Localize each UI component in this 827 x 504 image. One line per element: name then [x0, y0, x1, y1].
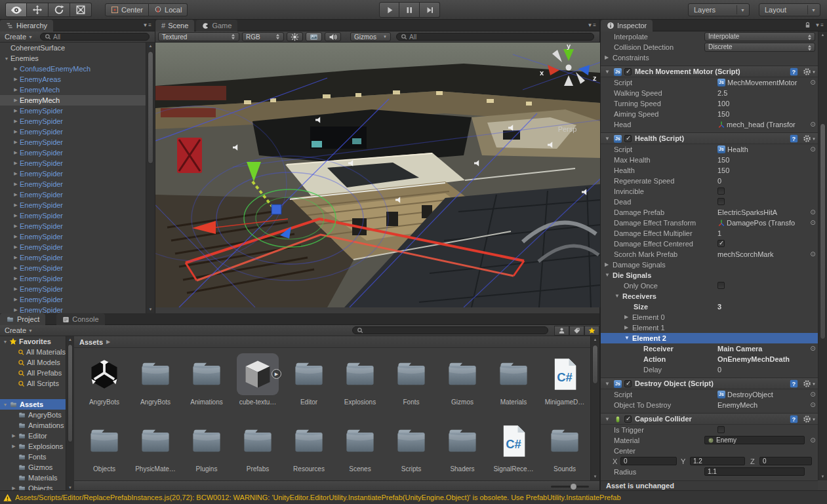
inspector-row[interactable]: Health150 — [601, 165, 818, 176]
expand-arrow-icon[interactable]: ▶ — [10, 433, 18, 438]
hierarchy-item[interactable]: ▶EnemySpider — [0, 210, 146, 221]
scroll-down-icon[interactable]: ▼ — [146, 306, 155, 313]
asset-tile[interactable]: Scripts — [386, 417, 436, 484]
expand-arrow-icon[interactable]: ▶ — [12, 213, 20, 218]
inspector-row[interactable]: ReceiverMain Camera⊙ — [601, 343, 818, 354]
project-sidebar-item[interactable]: ▶Editor — [0, 431, 66, 441]
expand-arrow-icon[interactable]: ▶ — [12, 87, 20, 92]
scroll-up-icon[interactable]: ▲ — [818, 31, 827, 39]
inspector-row[interactable]: Damage Effect Centered — [601, 239, 818, 249]
hierarchy-item[interactable]: ▶EnemySpider — [0, 116, 146, 126]
object-picker-icon[interactable]: ⊙ — [809, 250, 817, 258]
expand-arrow-icon[interactable]: ▶ — [12, 161, 20, 166]
panel-menu-icon[interactable]: ▼≡ — [142, 22, 152, 28]
property-checkbox[interactable] — [717, 187, 725, 195]
sidebar-scrollbar[interactable]: ▲ ▼ — [66, 336, 74, 492]
inspector-row[interactable]: Aiming Speed150 — [601, 109, 818, 119]
component-header[interactable]: ▼JsDestroy Object (Script)▼ — [601, 378, 818, 389]
foldout-row[interactable]: ▼Die Signals — [601, 270, 818, 281]
hierarchy-item[interactable]: ▶EnemySpider — [0, 221, 146, 231]
inspector-row[interactable]: Is Trigger — [601, 425, 818, 435]
project-sidebar-item[interactable]: ▼Favorites — [0, 336, 66, 347]
hierarchy-item[interactable]: ▶EnemySpider — [0, 189, 146, 200]
gear-icon[interactable] — [803, 68, 811, 76]
object-picker-icon[interactable]: ⊙ — [809, 345, 817, 352]
hierarchy-item[interactable]: ▶EnemySpider — [0, 305, 146, 313]
hierarchy-item[interactable]: ▶EnemyMech — [0, 95, 146, 106]
property-field[interactable]: 1.1 — [704, 467, 805, 476]
scrollbar-thumb[interactable] — [592, 345, 598, 384]
component-enabled-checkbox[interactable] — [624, 416, 632, 423]
help-icon[interactable] — [790, 415, 798, 423]
axis-z-field[interactable]: 0 — [759, 457, 812, 465]
expand-arrow-icon[interactable]: ▶ — [12, 276, 20, 281]
expand-arrow-icon[interactable]: ▶ — [12, 66, 20, 71]
component-header[interactable]: ▼JsHealth (Script)▼ — [601, 132, 818, 144]
inspector-row[interactable]: Headmech_head (Transfor⊙ — [601, 119, 818, 130]
expand-arrow-icon[interactable]: ▶ — [12, 244, 20, 250]
inspector-row[interactable]: ScriptJsDestroyObject⊙ — [601, 389, 818, 400]
tab-hierarchy[interactable]: Hierarchy — [0, 20, 53, 31]
expand-arrow-icon[interactable]: ▶ — [12, 77, 20, 82]
create-button[interactable]: Create▼ — [0, 325, 37, 336]
inspector-row[interactable]: Only Once — [601, 281, 818, 291]
foldout-arrow-icon[interactable]: ▼ — [605, 69, 610, 75]
hierarchy-scrollbar[interactable]: ▲ ▼ — [146, 43, 155, 313]
inspector-row[interactable]: Scorch Mark PrefabmechScorchMark⊙ — [601, 249, 818, 260]
project-sidebar-item[interactable]: ▼Assets — [0, 399, 66, 410]
inspector-row[interactable]: Max Health150 — [601, 155, 818, 165]
asset-tile[interactable]: Fonts — [386, 351, 436, 417]
expand-arrow-icon[interactable]: ▶ — [12, 307, 20, 313]
object-picker-icon[interactable]: ⊙ — [809, 391, 817, 398]
asset-tile[interactable]: Materials — [489, 351, 538, 417]
asset-tile[interactable]: AngryBots — [131, 351, 180, 417]
expand-arrow-icon[interactable]: ▼ — [3, 56, 10, 61]
scroll-up-icon[interactable]: ▲ — [66, 336, 74, 343]
create-button[interactable]: Create▼ — [0, 31, 37, 43]
foldout-arrow-icon[interactable]: ▶ — [605, 262, 609, 267]
gear-icon[interactable] — [803, 415, 811, 423]
foldout-arrow-icon[interactable]: ▶ — [624, 314, 628, 320]
hierarchy-item[interactable]: ▶EnemySpider — [0, 137, 146, 147]
inspector-row[interactable]: Regenerate Speed0 — [601, 176, 818, 186]
expand-arrow-icon[interactable]: ▶ — [12, 203, 20, 208]
breadcrumb[interactable]: Assets▶ — [74, 336, 590, 348]
inspector-row[interactable]: Size3 — [601, 301, 818, 312]
asset-tile[interactable]: Sounds — [540, 417, 590, 484]
foldout-arrow-icon[interactable]: ▶ — [605, 54, 609, 60]
inspector-row[interactable]: Center — [601, 446, 818, 456]
hierarchy-item[interactable]: ▶EnemySpider — [0, 179, 146, 189]
asset-tile[interactable]: Shaders — [437, 417, 487, 484]
lock-icon[interactable] — [804, 22, 811, 29]
property-checkbox[interactable] — [717, 282, 725, 289]
asset-tile[interactable]: PhysicMate… — [131, 417, 180, 484]
hierarchy-item[interactable]: ▶EnemySpider — [0, 284, 146, 294]
foldout-arrow-icon[interactable]: ▼ — [605, 381, 610, 387]
gear-icon[interactable] — [803, 379, 811, 388]
object-picker-icon[interactable]: ⊙ — [809, 79, 817, 86]
expand-arrow-icon[interactable]: ▶ — [12, 223, 20, 229]
object-picker-icon[interactable]: ⊙ — [809, 145, 817, 153]
foldout-row[interactable]: ▶Element 0 — [601, 312, 818, 322]
play-button[interactable] — [379, 2, 399, 18]
inspector-row[interactable]: InterpolateInterpolate — [601, 31, 818, 42]
inspector-row[interactable]: Damage Effect Multiplier1 — [601, 228, 818, 239]
object-picker-icon[interactable]: ⊙ — [809, 401, 817, 408]
foldout-row[interactable]: ▶Constraints — [601, 52, 818, 63]
asset-tile[interactable]: SignalRece… — [489, 417, 538, 484]
axis-x-label[interactable]: x — [540, 69, 544, 77]
object-picker-icon[interactable]: ⊙ — [809, 208, 817, 216]
perspective-label[interactable]: Persp — [558, 125, 577, 133]
axis-x-field[interactable]: 0 — [620, 457, 677, 465]
asset-tile[interactable]: Prefabs — [233, 417, 283, 484]
skybox-toggle[interactable] — [306, 32, 322, 41]
hierarchy-item[interactable]: ▶EnemySpider — [0, 200, 146, 210]
step-button[interactable] — [420, 2, 440, 18]
space-mode-button[interactable]: Local — [149, 3, 188, 16]
inspector-row[interactable]: Dead — [601, 197, 818, 207]
asset-tile[interactable]: Editor — [284, 351, 334, 417]
project-sidebar-item[interactable]: Animations — [0, 420, 66, 431]
gizmos-dropdown[interactable]: Gizmos▼ — [350, 32, 391, 41]
search-input[interactable]: All — [40, 33, 150, 41]
view-tool-button[interactable] — [5, 3, 27, 17]
